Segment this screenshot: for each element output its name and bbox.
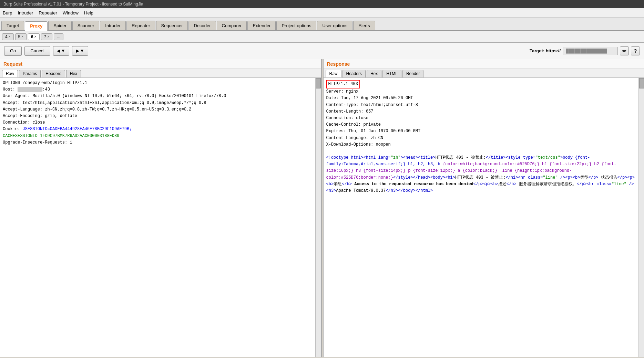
request-accept: Accept: text/html,application/xhtml+xml,… [3, 100, 313, 106]
menu-help[interactable]: Help [84, 10, 93, 15]
request-tab-raw[interactable]: Raw [2, 70, 18, 77]
response-body: HTTP/1.1 403 Server: nginx Date: Tue, 17… [324, 78, 644, 357]
request-accept-enc: Accept-Encoding: gzip, deflate [3, 113, 313, 119]
request-tab-hex[interactable]: Hex [66, 70, 81, 77]
tab-project-options[interactable]: Project options [276, 21, 316, 30]
response-connection: Connection: close [326, 115, 636, 122]
request-tabs: Raw Params Headers Hex [0, 69, 321, 78]
menu-intruder[interactable]: Intruder [18, 10, 33, 15]
request-accept-lang: Accept-Language: zh-CN,zh;q=0.8,zh-TW;q=… [3, 106, 313, 113]
response-content-type: Content-Type: text/html;charset=utf-8 [326, 102, 636, 108]
menu-burp[interactable]: Burp [3, 10, 12, 15]
request-body: OPTIONS /onepay-web/login HTTP/1.1 Host:… [0, 78, 321, 357]
request-connection: Connection: close [3, 119, 313, 126]
request-tab-params[interactable]: Params [19, 70, 41, 77]
response-header: Response [324, 59, 644, 69]
dropdown-back-icon[interactable]: ▼ [61, 48, 65, 53]
menu-bar: Burp Intruder Repeater Window Help [0, 8, 644, 18]
edit-target-button[interactable]: ✏ [620, 46, 629, 55]
dropdown-forward-icon[interactable]: ▼ [80, 48, 84, 53]
response-date: Date: Tue, 17 Aug 2021 09:50:26 GMT [326, 95, 636, 102]
cookie-jsessionid: JSESSIONID=0ADEBA444928EA46E78BC29F109AE… [23, 127, 132, 131]
response-html: <!doctype html><html lang="zh"><head><ti… [326, 155, 636, 194]
response-scrollbar-thumb[interactable] [639, 78, 644, 88]
response-content[interactable]: HTTP/1.1 403 Server: nginx Date: Tue, 17… [324, 78, 639, 357]
response-tab-headers[interactable]: Headers [343, 70, 366, 77]
arrow-left-icon: ◀ [57, 48, 60, 53]
response-scrollbar[interactable] [638, 78, 644, 357]
target-label-text: Target: https:// [530, 48, 561, 53]
request-panel: Request Raw Params Headers Hex OPTIONS /… [0, 59, 321, 357]
main-content: Request Raw Params Headers Hex OPTIONS /… [0, 59, 644, 357]
response-server: Server: nginx [326, 88, 636, 95]
response-tabs: Raw Headers Hex HTML Render [324, 69, 644, 78]
response-status-line: HTTP/1.1 403 [326, 80, 636, 88]
subtab-4[interactable]: 4 × [2, 33, 14, 40]
request-header: Request [0, 59, 321, 69]
request-tab-headers[interactable]: Headers [42, 70, 65, 77]
tab-proxy[interactable]: Proxy [25, 21, 48, 31]
response-x-download: X-Download-Options: noopen [326, 141, 636, 148]
arrow-right-icon: ▶ [76, 48, 79, 53]
menu-repeater[interactable]: Repeater [39, 10, 57, 15]
http-status-box: HTTP/1.1 403 [326, 80, 360, 88]
tab-repeater[interactable]: Repeater [126, 21, 155, 30]
close-subtab-7-icon[interactable]: × [47, 35, 49, 39]
cancel-button[interactable]: Cancel [24, 46, 50, 56]
request-line: OPTIONS /onepay-web/login HTTP/1.1 [3, 80, 313, 86]
request-cookie: Cookie: JSESSIONID=0ADEBA444928EA46E78BC… [3, 126, 313, 133]
response-content-length: Content-Length: 657 [326, 108, 636, 115]
request-content[interactable]: OPTIONS /onepay-web/login HTTP/1.1 Host:… [0, 78, 315, 357]
go-button[interactable]: Go [4, 46, 22, 56]
tab-decoder[interactable]: Decoder [188, 21, 216, 30]
nav-back-button[interactable]: ◀ ▼ [53, 46, 69, 56]
toolbar: Go Cancel ◀ ▼ ▶ ▼ Target: https:// █████… [0, 43, 644, 59]
tab-sequencer[interactable]: Sequencer [156, 21, 188, 30]
help-button[interactable]: ? [631, 46, 640, 55]
tab-user-options[interactable]: User options [317, 21, 352, 30]
title-bar: Burp Suite Professional v1.7.01 - Tempor… [0, 0, 644, 8]
sub-tab-bar: 4 × 5 × 6 × 7 × ... [0, 31, 644, 43]
tab-extender[interactable]: Extender [247, 21, 276, 30]
tab-scanner[interactable]: Scanner [72, 21, 99, 30]
menu-window[interactable]: Window [63, 10, 79, 15]
title-text: Burp Suite Professional v1.7.01 - Tempor… [3, 2, 143, 7]
request-upgrade: Upgrade-Insecure-Requests: 1 [3, 139, 313, 146]
response-tab-html[interactable]: HTML [382, 70, 401, 77]
subtab-5[interactable]: 5 × [15, 33, 27, 40]
close-subtab-4-icon[interactable]: × [9, 35, 11, 39]
close-subtab-6-icon[interactable]: × [34, 35, 37, 39]
tab-spider[interactable]: Spider [48, 21, 72, 30]
response-content-lang: Content-Language: zh-CN [326, 135, 636, 141]
request-cachesession: CACHESESSIONID=1FD9C97BMK7R6A02AAC000003… [3, 133, 313, 139]
tab-target[interactable]: Target [1, 21, 24, 30]
response-tab-hex[interactable]: Hex [367, 70, 381, 77]
response-panel: Response Raw Headers Hex HTML Render HTT… [324, 59, 644, 357]
response-tab-render[interactable]: Render [402, 70, 423, 77]
tab-alerts[interactable]: Alerts [353, 21, 375, 30]
response-expires: Expires: Thu, 01 Jan 1970 00:00:00 GMT [326, 128, 636, 135]
subtab-more[interactable]: ... [54, 33, 63, 40]
close-subtab-5-icon[interactable]: × [21, 35, 23, 39]
response-tab-raw[interactable]: Raw [326, 70, 341, 77]
tab-comparer[interactable]: Comparer [217, 21, 247, 30]
subtab-7[interactable]: 7 × [41, 33, 53, 40]
request-scrollbar-thumb[interactable] [316, 78, 321, 88]
request-useragent: User-Agent: Mozilla/5.0 (Windows NT 10.0… [3, 93, 313, 99]
target-label-container: Target: https:// ██████████████ ✏ ? [530, 46, 640, 55]
nav-forward-button[interactable]: ▶ ▼ [72, 46, 88, 56]
subtab-6[interactable]: 6 × [28, 33, 40, 40]
request-scrollbar[interactable] [315, 78, 321, 357]
target-value: ██████████████ [563, 47, 618, 55]
main-tab-bar: Target Proxy Spider Scanner Intruder Rep… [0, 18, 644, 31]
cachesessionid-value: CACHESESSIONID=1FD9C97BMK7R6A02AAC000003… [3, 134, 119, 138]
response-cache-control: Cache-Control: private [326, 122, 636, 128]
tab-intruder[interactable]: Intruder [100, 21, 126, 30]
request-host: Host: ██████████:43 [3, 86, 313, 93]
